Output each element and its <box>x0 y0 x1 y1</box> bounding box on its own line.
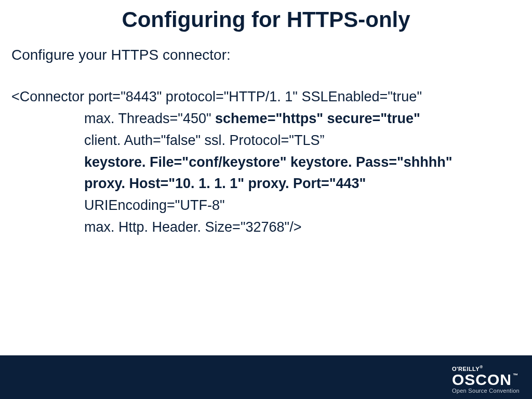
connector-config-code: <Connector port="8443" protocol="HTTP/1.… <box>0 63 532 238</box>
code-line-2: max. Threads="450" scheme="https" secure… <box>11 108 521 130</box>
trademark-mark: ™ <box>513 373 518 378</box>
slide: Configuring for HTTPS-only Configure you… <box>0 0 532 399</box>
code-line-2-bold: scheme="https" secure="true" <box>215 111 420 126</box>
code-line-1: <Connector port="8443" protocol="HTTP/1.… <box>11 86 521 108</box>
code-line-2-plain: max. Threads="450" <box>84 111 215 126</box>
code-line-5: proxy. Host="10. 1. 1. 1" proxy. Port="4… <box>11 173 521 195</box>
code-line-4: keystore. File="conf/keystore" keystore.… <box>11 152 521 174</box>
registered-mark: ® <box>480 365 483 369</box>
footer-bar: O'REILLY® OSCON™ Open Source Convention <box>0 355 532 399</box>
slide-title: Configuring for HTTPS-only <box>0 0 532 32</box>
logo-brand-main: OSCON™ <box>452 372 520 388</box>
code-line-3: client. Auth="false" ssl. Protocol="TLS” <box>11 130 521 152</box>
logo-brand-main-text: OSCON <box>452 371 512 388</box>
code-line-6: URIEncoding="UTF-8" <box>11 195 521 217</box>
logo-brand-sub: Open Source Convention <box>452 388 520 394</box>
code-line-7: max. Http. Header. Size="32768"/> <box>11 217 521 238</box>
oscon-logo: O'REILLY® OSCON™ Open Source Convention <box>452 365 520 394</box>
slide-subtitle: Configure your HTTPS connector: <box>0 32 532 63</box>
